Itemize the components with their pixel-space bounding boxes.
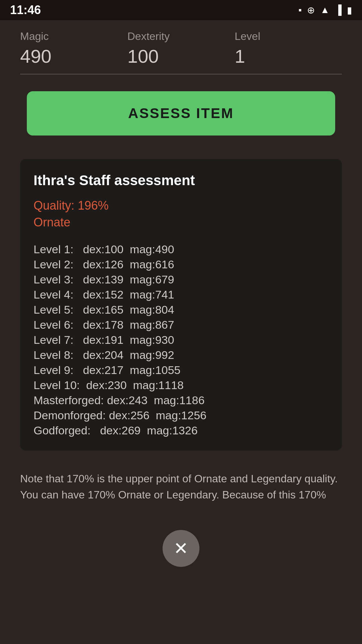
bottom-note: Note that 170% is the upper point of Orn… — [0, 464, 362, 509]
level-row: Demonforged: dex:256 mag:1256 — [34, 409, 328, 422]
assessment-title: Ithra's Staff assessment — [34, 172, 328, 189]
assessment-card: Ithra's Staff assessment Quality: 196% O… — [20, 159, 342, 450]
dexterity-label: Dexterity — [127, 30, 235, 43]
level-row: Level 8: dex:204 mag:992 — [34, 348, 328, 362]
magic-stat: Magic 490 — [20, 30, 127, 74]
level-stat: Level 1 — [235, 30, 342, 74]
assess-btn-container: ASSESS ITEM — [0, 74, 362, 146]
battery-icon: ▮ — [347, 5, 352, 16]
quality-line: Quality: 196% — [34, 199, 328, 213]
level-row: Level 5: dex:165 mag:804 — [34, 303, 328, 316]
at-icon: ⊕ — [307, 5, 315, 16]
level-row: Godforged: dex:269 mag:1326 — [34, 424, 328, 437]
level-row: Level 9: dex:217 mag:1055 — [34, 364, 328, 377]
status-time: 11:46 — [10, 3, 41, 17]
level-row: Level 10: dex:230 mag:1118 — [34, 379, 328, 392]
level-row: Level 3: dex:139 mag:679 — [34, 273, 328, 286]
stats-row: Magic 490 Dexterity 100 Level 1 — [0, 20, 362, 74]
signal-icon: ▐ — [335, 5, 342, 15]
level-label: Level — [235, 30, 342, 43]
wifi-icon: ▲ — [320, 5, 329, 15]
assess-item-button[interactable]: ASSESS ITEM — [27, 91, 335, 136]
level-row: Level 4: dex:152 mag:741 — [34, 288, 328, 301]
level-row: Masterforged: dex:243 mag:1186 — [34, 394, 328, 407]
level-list: Level 1: dex:100 mag:490Level 2: dex:126… — [34, 243, 328, 437]
level-row: Level 1: dex:100 mag:490 — [34, 243, 328, 256]
magic-value: 490 — [20, 45, 127, 67]
ornate-line: Ornate — [34, 215, 328, 229]
status-bar: 11:46 ▪ ⊕ ▲ ▐ ▮ — [0, 0, 362, 20]
close-icon: ✕ — [174, 540, 188, 557]
dexterity-stat: Dexterity 100 — [127, 30, 235, 74]
magic-label: Magic — [20, 30, 127, 43]
dexterity-value: 100 — [127, 45, 235, 67]
sim-icon: ▪ — [299, 5, 302, 15]
status-icons: ▪ ⊕ ▲ ▐ ▮ — [299, 5, 352, 16]
level-row: Level 6: dex:178 mag:867 — [34, 318, 328, 331]
level-row: Level 2: dex:126 mag:616 — [34, 258, 328, 271]
bottom-note-text: Note that 170% is the upper point of Orn… — [20, 473, 338, 501]
close-button[interactable]: ✕ — [163, 530, 199, 567]
level-value: 1 — [235, 45, 342, 67]
level-row: Level 7: dex:191 mag:930 — [34, 333, 328, 346]
